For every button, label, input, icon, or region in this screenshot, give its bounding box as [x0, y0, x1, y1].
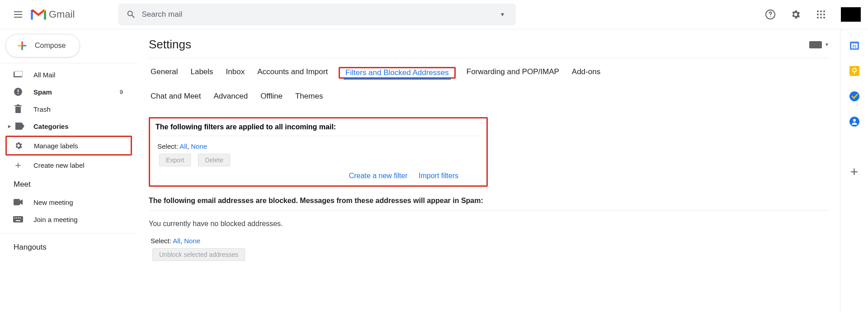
svg-text:31: 31 [852, 44, 856, 48]
search-input[interactable] [141, 9, 492, 19]
keep-icon[interactable] [849, 66, 860, 76]
tab-themes[interactable]: Themes [293, 88, 325, 106]
meet-section-title: Meet [0, 174, 137, 194]
sidebar-item-label: Join a meeting [33, 216, 78, 223]
svg-rect-28 [16, 217, 17, 218]
unblock-button[interactable]: Unblock selected addresses [152, 248, 245, 261]
svg-rect-22 [15, 107, 21, 113]
tab-general[interactable]: General [149, 64, 179, 82]
svg-rect-23 [14, 105, 22, 106]
svg-point-9 [823, 14, 825, 15]
no-blocked-text: You currently have no blocked addresses. [149, 220, 829, 228]
sidebar-item-label: Manage labels [34, 142, 78, 150]
google-apps-icon[interactable] [812, 5, 830, 24]
svg-point-5 [820, 10, 822, 12]
svg-point-6 [823, 10, 825, 12]
sidebar-item-categories[interactable]: ▶ Categories [0, 118, 137, 135]
compose-button[interactable]: Compose [5, 34, 80, 57]
tab-offline[interactable]: Offline [259, 88, 284, 106]
svg-point-38 [849, 91, 859, 101]
svg-rect-29 [18, 217, 19, 218]
delete-button[interactable]: Delete [198, 154, 230, 166]
chevron-down-icon: ▼ [825, 42, 829, 47]
filters-heading: The following filters are applied to all… [156, 123, 481, 131]
hangouts-section-title: Hangouts [0, 236, 137, 256]
gear-icon [13, 141, 24, 150]
main-menu-button[interactable] [7, 4, 29, 25]
sidebar-item-trash[interactable]: Trash [0, 100, 137, 118]
tab-addons[interactable]: Add-ons [570, 64, 602, 82]
get-addons-button[interactable]: + [850, 164, 859, 180]
svg-point-3 [770, 16, 771, 17]
camera-icon [13, 199, 24, 205]
spam-count: 9 [120, 89, 123, 95]
sidebar-item-label: All Mail [33, 71, 55, 79]
search-bar[interactable]: ▼ [118, 4, 516, 25]
svg-rect-21 [18, 93, 19, 94]
keyboard-icon [13, 216, 24, 222]
sidebar-item-new-meeting[interactable]: New meeting [0, 194, 137, 211]
svg-rect-24 [17, 104, 19, 105]
sidebar-item-label: Create new label [33, 161, 85, 169]
svg-rect-35 [849, 66, 859, 76]
sidebar-item-label: New meeting [33, 199, 73, 206]
tasks-icon[interactable] [849, 91, 860, 102]
sidebar-item-label: Categories [33, 123, 69, 130]
svg-rect-26 [13, 216, 23, 222]
export-button[interactable]: Export [159, 154, 191, 166]
sidebar-item-join-meeting[interactable]: Join a meeting [0, 211, 137, 228]
sidebar-item-manage-labels[interactable]: Manage labels [7, 137, 131, 154]
filters-select-label: Select: [157, 142, 178, 150]
svg-point-40 [853, 119, 856, 122]
filters-select-none[interactable]: None [191, 142, 207, 150]
tab-chat[interactable]: Chat and Meet [149, 88, 203, 106]
caret-icon: ▶ [8, 124, 11, 128]
svg-rect-18 [14, 71, 23, 76]
svg-point-12 [823, 17, 825, 19]
input-tools-button[interactable]: ▼ [809, 41, 829, 48]
page-title: Settings [149, 38, 191, 52]
keyboard-icon [809, 41, 822, 48]
gmail-logo[interactable]: Gmail [31, 9, 75, 20]
tab-inbox[interactable]: Inbox [224, 64, 247, 82]
trash-icon [13, 104, 24, 113]
sidebar-item-create-label[interactable]: ＋ Create new label [0, 156, 137, 174]
svg-point-7 [817, 14, 819, 15]
tab-accounts[interactable]: Accounts and Import [255, 64, 330, 82]
logo-text: Gmail [49, 9, 75, 20]
filters-panel: The following filters are applied to all… [149, 117, 488, 187]
sidebar-item-label: Spam [33, 88, 52, 96]
blocked-select-none[interactable]: None [184, 237, 200, 245]
svg-point-10 [817, 17, 819, 19]
mail-stack-icon [13, 71, 24, 78]
svg-point-8 [820, 14, 822, 15]
sidebar-item-allmail[interactable]: All Mail [0, 66, 137, 83]
sidebar-item-label: Trash [33, 105, 51, 113]
tab-filters[interactable]: Filters and Blocked Addresses [344, 65, 451, 81]
compose-label: Compose [35, 42, 66, 50]
support-icon[interactable] [761, 5, 779, 24]
blocked-select-all[interactable]: All [173, 237, 180, 245]
search-icon [126, 9, 136, 19]
contacts-icon[interactable] [849, 116, 860, 127]
tab-forwarding[interactable]: Forwarding and POP/IMAP [465, 64, 561, 82]
svg-point-4 [817, 10, 819, 12]
filters-select-all[interactable]: All [179, 142, 187, 150]
search-options-caret[interactable]: ▼ [493, 11, 513, 18]
tab-advanced[interactable]: Advanced [212, 88, 250, 106]
plus-icon [16, 39, 28, 52]
tab-labels[interactable]: Labels [189, 64, 215, 82]
svg-point-11 [820, 17, 822, 19]
svg-rect-31 [16, 220, 20, 221]
plus-icon: ＋ [13, 158, 24, 172]
svg-rect-20 [18, 90, 19, 92]
calendar-icon[interactable]: 31 [849, 40, 860, 51]
sidebar-item-spam[interactable]: Spam 9 [0, 83, 137, 100]
label-icon [14, 123, 25, 130]
settings-tabs: General Labels Inbox Accounts and Import… [149, 58, 829, 82]
blocked-select-label: Select: [151, 237, 171, 245]
settings-icon[interactable] [787, 5, 805, 24]
account-avatar[interactable] [841, 7, 861, 22]
import-filters-link[interactable]: Import filters [419, 172, 458, 180]
create-filter-link[interactable]: Create a new filter [349, 172, 408, 180]
